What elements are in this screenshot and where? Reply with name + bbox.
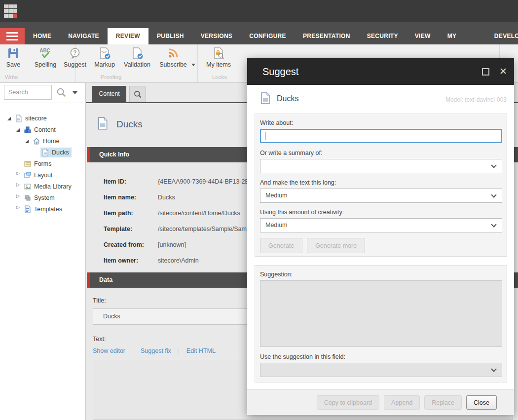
tree-item[interactable]: Forms (0, 158, 86, 169)
ribbon-tab[interactable]: MY TOOLBAR (439, 28, 486, 44)
summary-label: Or write a summary of: (260, 150, 322, 156)
media-icon (24, 183, 32, 191)
cubes-icon (24, 126, 32, 134)
ribbon-tab[interactable]: DEVELOPER (486, 28, 518, 44)
twisty-icon[interactable] (34, 150, 40, 155)
tree-item[interactable]: Media Library (0, 181, 86, 192)
chevron-down-icon[interactable] (73, 91, 77, 94)
creativity-label: Using this amount of creativity: (260, 209, 344, 216)
toolbar-button[interactable]: <> Markup (91, 47, 118, 68)
dialog-title: Suggest (262, 58, 298, 85)
close-icon[interactable]: ✕ (499, 65, 507, 78)
maximize-icon[interactable] (482, 68, 489, 76)
tree-item[interactable]: Content (0, 124, 86, 135)
twisty-icon[interactable] (25, 139, 32, 144)
generate-more-button[interactable]: Generate more (307, 238, 365, 253)
item-header: Ducks (96, 116, 143, 132)
tree-item[interactable]: Home (0, 135, 86, 147)
tab-search[interactable] (129, 86, 146, 102)
item-title: Ducks (116, 119, 143, 130)
document-icon (41, 149, 49, 156)
tree-item[interactable]: Layout (0, 169, 86, 181)
templates-icon (24, 205, 32, 213)
length-select[interactable]: Medium (260, 189, 502, 203)
suggestion-label: Suggestion: (260, 271, 293, 278)
toolbar-button[interactable]: ? Suggest (61, 47, 89, 68)
summary-select[interactable] (260, 159, 502, 173)
suggestion-panel: Suggestion: Use the suggestion in this f… (255, 265, 507, 382)
ribbon-tab[interactable]: SECURITY (359, 28, 407, 44)
dialog-footer-button[interactable]: Close (466, 395, 497, 410)
document-icon (259, 92, 272, 107)
tree-item[interactable]: Ducks (0, 147, 86, 158)
twisty-icon[interactable] (16, 207, 23, 212)
ribbon-tabs: HOMENAVIGATEREVIEWPUBLISHVERSIONSCONFIGU… (25, 28, 518, 44)
field-link[interactable]: Suggest fix (133, 347, 171, 354)
dialog-footer-button[interactable]: Copy to clipboard (317, 395, 379, 410)
tab-content[interactable]: Content (92, 86, 126, 102)
toolbar-button[interactable]: Save (2, 47, 25, 68)
group-label-locks: Locks (197, 74, 242, 80)
sitecore-content-editor: HOMENAVIGATEREVIEWPUBLISHVERSIONSCONFIGU… (0, 0, 518, 420)
dialog-footer-button[interactable]: Append (384, 395, 420, 410)
ribbon-tab[interactable]: PUBLISH (148, 28, 192, 44)
ribbon-tab[interactable]: CONFIGURE (241, 28, 295, 44)
group-label-proofing: Proofing (79, 74, 143, 80)
spelling-icon: ABC (39, 47, 52, 60)
text-field-label: Text: (93, 336, 106, 343)
system-icon (24, 194, 32, 202)
ribbon-tab[interactable]: PRESENTATION (295, 28, 359, 44)
menu-button[interactable] (0, 28, 25, 44)
markup-icon: <> (98, 47, 111, 60)
dialog-footer-button[interactable]: Replace (424, 395, 462, 410)
chevron-down-icon (491, 162, 496, 168)
document-icon (15, 115, 23, 122)
top-app-bar (0, 0, 518, 22)
ribbon-tab[interactable]: HOME (25, 28, 60, 44)
tree-item[interactable]: sitecore (0, 113, 86, 124)
suggest-icon: ? (69, 47, 81, 60)
toolbar-button[interactable]: Subscribe (157, 47, 189, 68)
group-divider (242, 44, 242, 82)
tree-item[interactable]: Templates (0, 203, 86, 215)
sitecore-logo-icon (4, 4, 17, 18)
twisty-icon[interactable] (7, 116, 14, 121)
forms-icon (24, 160, 32, 168)
twisty-icon[interactable] (16, 195, 23, 200)
field-link[interactable]: Edit HTML (179, 347, 216, 354)
twisty-icon[interactable] (16, 161, 23, 166)
twisty-icon[interactable] (16, 184, 23, 189)
svg-text:<>: <> (102, 49, 107, 54)
ribbon-tab[interactable]: REVIEW (108, 28, 148, 44)
generate-button[interactable]: Generate (260, 238, 302, 253)
chevron-down-icon (491, 366, 496, 372)
group-label-write: Write (0, 74, 23, 80)
toolbar-button[interactable]: My items (203, 47, 234, 68)
write-about-input[interactable] (260, 129, 502, 143)
content-tree-sidebar: sitecore Content Home Ducks (0, 83, 86, 420)
search-icon[interactable] (56, 87, 67, 98)
prompt-panel: Write about: Or write a summary of: And … (255, 114, 507, 257)
write-about-label: Write about: (260, 119, 293, 126)
validation-icon (131, 47, 144, 60)
model-label: Model: text-davinci-003 (445, 96, 507, 103)
svg-text:?: ? (73, 49, 76, 56)
twisty-icon[interactable] (16, 173, 23, 178)
content-tree: sitecore Content Home Ducks (0, 113, 86, 215)
suggest-dialog: Suggest ✕ Ducks Model: text-davinci-003 … (247, 58, 514, 415)
creativity-select[interactable]: Medium (260, 218, 502, 232)
field-link[interactable]: Show editor (93, 347, 125, 354)
use-field-select[interactable] (260, 363, 502, 377)
save-icon (7, 47, 20, 60)
twisty-icon[interactable] (16, 127, 23, 132)
search-input[interactable] (4, 85, 52, 100)
toolbar-button[interactable]: ABC Spelling (31, 47, 60, 68)
ribbon-tab[interactable]: VIEW (407, 28, 439, 44)
text-field-links: Show editorSuggest fixEdit HTML (93, 347, 216, 354)
ribbon-tab[interactable]: VERSIONS (192, 28, 241, 44)
ribbon-tab[interactable]: NAVIGATE (60, 28, 108, 44)
toolbar-button[interactable]: Validation (122, 47, 152, 68)
suggestion-textarea[interactable] (260, 280, 502, 347)
myitems-icon (212, 47, 225, 60)
tree-item[interactable]: System (0, 192, 86, 203)
